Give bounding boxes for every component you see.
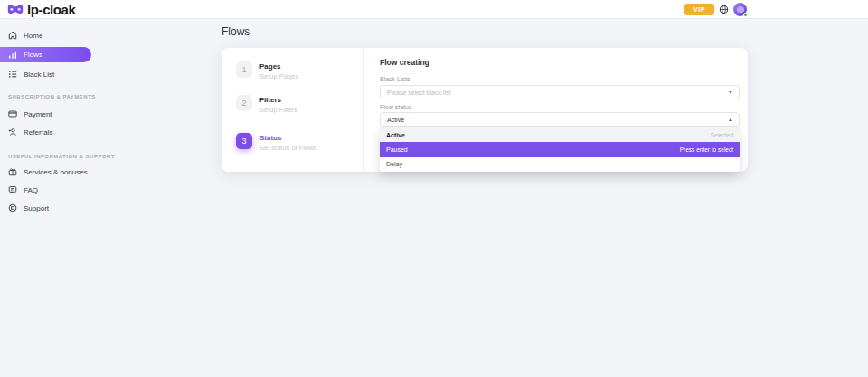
black-lists-placeholder: Please select black list bbox=[387, 90, 729, 96]
flow-status-value: Active bbox=[387, 117, 729, 123]
sidebar-item-home[interactable]: Home bbox=[0, 26, 101, 44]
flow-status-select[interactable]: Active bbox=[380, 112, 740, 127]
chevron-up-icon bbox=[729, 118, 732, 121]
sidebar-item-label: Support bbox=[24, 204, 49, 212]
top-bar: lp-cloak VIP bbox=[0, 0, 868, 19]
option-paused[interactable]: Paused Press enter to select bbox=[380, 142, 740, 156]
mask-logo-icon bbox=[7, 4, 24, 15]
option-hint: Press enter to select bbox=[680, 146, 733, 153]
flow-creating-modal: 1 Pages Setup Pages 2 Filters Setup Filt… bbox=[222, 48, 748, 172]
page-title: Flows bbox=[222, 25, 250, 38]
list-icon bbox=[8, 70, 17, 79]
referrals-icon bbox=[8, 127, 17, 137]
sidebar-item-support[interactable]: Support bbox=[0, 199, 101, 217]
step-number: 2 bbox=[236, 95, 252, 111]
sidebar: Home Flows Black List SUBSCRIPTION & PAY… bbox=[0, 19, 101, 217]
header-actions: VIP bbox=[684, 0, 747, 18]
sidebar-item-label: Black List bbox=[24, 71, 54, 79]
sidebar-item-label: Referrals bbox=[24, 128, 52, 137]
step-title: Filters bbox=[259, 96, 297, 104]
sidebar-item-label: Payment bbox=[24, 110, 52, 118]
sidebar-item-black-list[interactable]: Black List bbox=[0, 65, 101, 83]
sidebar-item-services[interactable]: Services & bonuses bbox=[0, 163, 101, 181]
credit-card-icon bbox=[8, 109, 17, 118]
flows-icon bbox=[8, 51, 17, 60]
gift-icon bbox=[8, 167, 17, 176]
sidebar-item-referrals[interactable]: Referrals bbox=[0, 123, 101, 141]
chevron-down-icon bbox=[729, 91, 732, 94]
sidebar-item-faq[interactable]: FAQ bbox=[0, 181, 101, 199]
app-logo[interactable]: lp-cloak bbox=[7, 0, 75, 18]
step-number: 1 bbox=[236, 61, 252, 78]
flow-status-dropdown: Active Selected Paused Press enter to se… bbox=[380, 127, 740, 172]
step-subtitle: Setup Filters bbox=[259, 106, 297, 114]
step-subtitle: Setup Pages bbox=[259, 72, 298, 80]
section-heading-label: SUBSCRIPTION & PAYMENTS bbox=[8, 94, 96, 99]
sidebar-section-subscription: SUBSCRIPTION & PAYMENTS bbox=[0, 92, 101, 101]
flow-status-label: Flow status bbox=[380, 104, 411, 110]
option-active[interactable]: Active Selected bbox=[380, 127, 740, 142]
sidebar-item-label: Flows bbox=[24, 51, 42, 59]
option-label: Paused bbox=[386, 146, 408, 153]
step-title: Status bbox=[259, 134, 316, 142]
sidebar-item-label: Services & bonuses bbox=[24, 168, 88, 176]
vip-button[interactable]: VIP bbox=[684, 4, 714, 15]
sidebar-item-payment[interactable]: Payment bbox=[0, 105, 101, 123]
step-status[interactable]: 3 Status Set status of Flows bbox=[236, 133, 363, 152]
wizard-steps: 1 Pages Setup Pages 2 Filters Setup Filt… bbox=[236, 48, 363, 152]
sidebar-section-support: USEFUL INFORMATION & SUPPORT bbox=[0, 152, 101, 161]
avatar-figure bbox=[737, 6, 744, 13]
sidebar-item-label: Home bbox=[24, 32, 42, 40]
user-avatar[interactable] bbox=[733, 3, 747, 16]
home-icon bbox=[8, 31, 17, 40]
sidebar-item-label: FAQ bbox=[24, 186, 38, 194]
option-hint: Selected bbox=[711, 132, 733, 138]
option-label: Delay bbox=[386, 161, 402, 167]
step-title: Pages bbox=[259, 62, 298, 71]
section-heading-label: USEFUL INFORMATION & SUPPORT bbox=[8, 154, 115, 159]
language-globe-icon[interactable] bbox=[719, 5, 729, 14]
black-lists-select[interactable]: Please select black list bbox=[380, 85, 740, 99]
faq-icon bbox=[8, 185, 17, 194]
step-filters[interactable]: 2 Filters Setup Filters bbox=[236, 95, 363, 114]
logo-text: lp-cloak bbox=[27, 2, 75, 17]
step-number: 3 bbox=[236, 133, 252, 149]
card-vertical-divider bbox=[363, 48, 364, 172]
sidebar-item-flows[interactable]: Flows bbox=[0, 47, 91, 62]
form-title: Flow creating bbox=[380, 58, 429, 67]
online-status-dot bbox=[743, 13, 748, 17]
step-subtitle: Set status of Flows bbox=[259, 144, 316, 152]
lifebuoy-icon bbox=[8, 203, 17, 212]
black-lists-label: Black Lists bbox=[380, 76, 410, 82]
option-delay[interactable]: Delay bbox=[380, 157, 740, 172]
option-label: Active bbox=[386, 132, 405, 138]
step-pages[interactable]: 1 Pages Setup Pages bbox=[236, 61, 363, 80]
